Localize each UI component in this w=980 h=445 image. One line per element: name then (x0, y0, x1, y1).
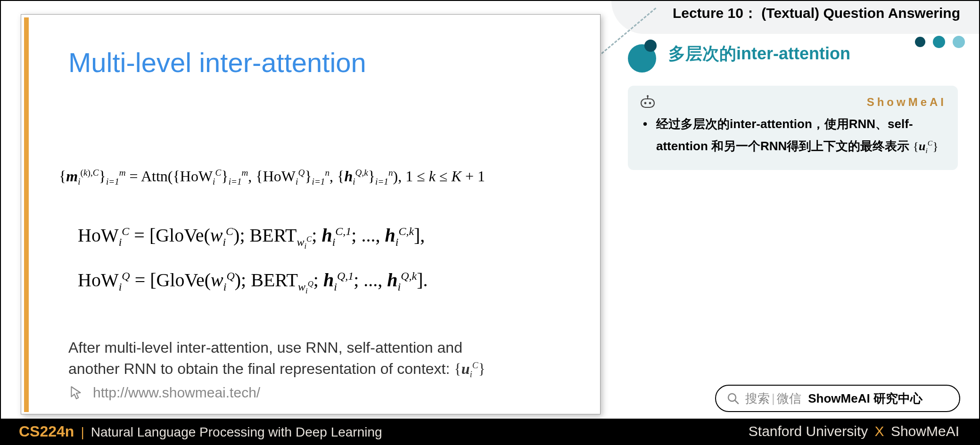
section-title: 多层次的inter-attention (668, 42, 850, 65)
search-text: 搜索|微信 ShowMeAI 研究中心 (745, 390, 922, 407)
slide-link-row: http://www.showmeai.tech/ (68, 385, 260, 401)
svg-rect-0 (641, 99, 654, 107)
search-pill[interactable]: 搜索|微信 ShowMeAI 研究中心 (715, 385, 960, 412)
slide-card: Multi-level inter-attention {mi(k),C}i=1… (21, 14, 601, 414)
slide-accent-bar (24, 17, 29, 412)
svg-line-6 (735, 400, 738, 404)
equation-2: HoWiC = [GloVe(wiC); BERTwiC; hiC,1; ...… (78, 224, 425, 251)
footer-bar: CS224n | Natural Language Processing wit… (1, 419, 979, 444)
search-icon (726, 392, 740, 405)
svg-point-2 (649, 102, 651, 105)
note-bullet: 经过多层次的inter-attention，使用RNN、self-attenti… (643, 113, 947, 158)
note-bullet-text: 经过多层次的inter-attention，使用RNN、self-attenti… (656, 117, 913, 153)
footer-right-b: ShowMeAI (891, 423, 959, 439)
lecture-label: Lecture 10： (Textual) Question Answering (673, 4, 960, 23)
search-label2: 微信 (777, 391, 801, 405)
note-bullet-math: {uiC} (913, 139, 939, 153)
slide-desc-line1: After multi-level inter-attention, use R… (68, 337, 486, 358)
slide-title: Multi-level inter-attention (68, 47, 366, 78)
course-code: CS224n (19, 423, 74, 440)
brand-label: ShowMeAI (867, 96, 947, 109)
footer-right-a: Stanford University (749, 423, 868, 439)
search-label1: 搜索 (745, 391, 770, 405)
footer-x: X (875, 423, 884, 439)
equation-1: {mi(k),C}i=1m = Attn({HoWiC}i=1m, {HoWiQ… (59, 168, 485, 187)
slide-desc-line2: another RNN to obtain the final represen… (68, 358, 486, 381)
bubble-icon (628, 40, 661, 68)
svg-point-4 (647, 95, 649, 97)
course-name: Natural Language Processing with Deep Le… (91, 425, 382, 440)
svg-point-1 (644, 102, 647, 105)
search-strong: ShowMeAI 研究中心 (808, 391, 922, 405)
decorative-dots (915, 36, 965, 48)
footer-right: Stanford University X ShowMeAI (749, 423, 959, 439)
robot-icon (639, 95, 656, 109)
footer-left: CS224n | Natural Language Processing wit… (19, 423, 382, 440)
course-sep: | (81, 425, 84, 440)
note-box: ShowMeAI 经过多层次的inter-attention，使用RNN、sel… (628, 86, 958, 170)
cursor-icon (68, 385, 84, 401)
section-heading: 多层次的inter-attention (628, 40, 850, 68)
slide-description: After multi-level inter-attention, use R… (68, 337, 486, 381)
equation-3: HoWiQ = [GloVe(wiQ); BERTwiQ; hiQ,1; ...… (78, 269, 428, 296)
slide-url: http://www.showmeai.tech/ (93, 385, 260, 401)
